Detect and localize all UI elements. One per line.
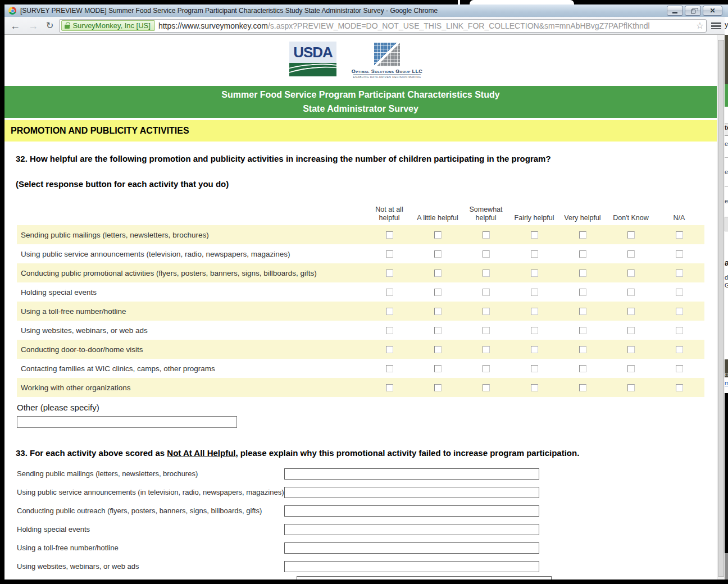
response-checkbox[interactable] bbox=[579, 327, 586, 334]
response-checkbox[interactable] bbox=[579, 270, 586, 277]
matrix-cell bbox=[607, 231, 655, 239]
matrix-row-label: Using websites, webinars, or web ads bbox=[17, 326, 365, 335]
q33-text-input[interactable] bbox=[284, 542, 539, 554]
vertical-scrollbar[interactable] bbox=[717, 35, 725, 580]
response-checkbox[interactable] bbox=[627, 327, 635, 334]
response-checkbox[interactable] bbox=[483, 384, 490, 391]
q33-text-input[interactable] bbox=[284, 561, 539, 572]
response-checkbox[interactable] bbox=[531, 231, 538, 239]
response-checkbox[interactable] bbox=[676, 384, 683, 391]
response-checkbox[interactable] bbox=[531, 365, 538, 372]
address-bar[interactable]: SurveyMonkey, Inc [US] https://www.surve… bbox=[59, 19, 707, 33]
response-checkbox[interactable] bbox=[531, 327, 538, 334]
response-checkbox[interactable] bbox=[386, 346, 393, 353]
reload-button[interactable]: ↻ bbox=[46, 21, 53, 30]
response-checkbox[interactable] bbox=[434, 308, 442, 315]
response-checkbox[interactable] bbox=[434, 231, 442, 239]
response-checkbox[interactable] bbox=[579, 365, 586, 372]
response-checkbox[interactable] bbox=[676, 250, 683, 258]
response-checkbox[interactable] bbox=[531, 250, 538, 258]
bookmark-star-icon[interactable]: ☆ bbox=[696, 20, 704, 31]
response-checkbox[interactable] bbox=[434, 289, 442, 296]
response-checkbox[interactable] bbox=[483, 270, 490, 277]
matrix-cell bbox=[413, 308, 462, 315]
ev-certificate-badge[interactable]: SurveyMonkey, Inc [US] bbox=[61, 20, 154, 31]
response-checkbox[interactable] bbox=[627, 365, 635, 372]
matrix-cell bbox=[413, 384, 462, 391]
matrix-cell bbox=[655, 270, 703, 277]
matrix-cell bbox=[510, 289, 558, 296]
matrix-cell bbox=[413, 346, 462, 353]
q33-text-input[interactable] bbox=[284, 487, 539, 498]
response-checkbox[interactable] bbox=[483, 308, 490, 315]
response-checkbox[interactable] bbox=[386, 270, 393, 277]
response-checkbox[interactable] bbox=[676, 231, 683, 239]
response-checkbox[interactable] bbox=[676, 327, 683, 334]
response-checkbox[interactable] bbox=[483, 250, 490, 258]
response-checkbox[interactable] bbox=[579, 308, 586, 315]
response-checkbox[interactable] bbox=[386, 384, 393, 391]
chrome-menu-icon[interactable] bbox=[711, 22, 721, 29]
response-checkbox[interactable] bbox=[531, 289, 538, 296]
close-button[interactable]: ✕ bbox=[703, 6, 722, 16]
response-checkbox[interactable] bbox=[434, 270, 442, 277]
response-checkbox[interactable] bbox=[579, 231, 586, 239]
forward-button[interactable]: → bbox=[28, 21, 38, 31]
response-checkbox[interactable] bbox=[483, 327, 490, 334]
response-checkbox[interactable] bbox=[676, 346, 683, 353]
response-checkbox[interactable] bbox=[434, 250, 442, 258]
response-checkbox[interactable] bbox=[579, 384, 586, 391]
url-path: /s.aspx?PREVIEW_MODE=DO_NOT_USE_THIS_LIN… bbox=[268, 21, 650, 30]
matrix-cell bbox=[510, 250, 558, 258]
response-checkbox[interactable] bbox=[579, 346, 586, 353]
back-button[interactable]: ← bbox=[10, 21, 20, 31]
minimize-button[interactable] bbox=[667, 6, 683, 16]
scrollbar-thumb[interactable] bbox=[718, 40, 724, 577]
response-checkbox[interactable] bbox=[627, 231, 635, 239]
background-window-edge[interactable]: y te er er er a d G G m bbox=[725, 4, 728, 580]
response-checkbox[interactable] bbox=[676, 289, 683, 296]
response-checkbox[interactable] bbox=[386, 365, 393, 372]
response-checkbox[interactable] bbox=[386, 250, 393, 258]
q33-partial-input[interactable] bbox=[297, 576, 552, 580]
response-checkbox[interactable] bbox=[627, 308, 635, 315]
response-checkbox[interactable] bbox=[434, 346, 442, 353]
response-checkbox[interactable] bbox=[676, 308, 683, 315]
matrix-cell bbox=[510, 231, 558, 239]
q33-text-input[interactable] bbox=[284, 505, 539, 517]
response-checkbox[interactable] bbox=[386, 289, 393, 296]
other-specify-input[interactable] bbox=[17, 416, 237, 428]
response-checkbox[interactable] bbox=[483, 365, 490, 372]
response-checkbox[interactable] bbox=[627, 346, 635, 353]
response-checkbox[interactable] bbox=[483, 289, 490, 296]
response-checkbox[interactable] bbox=[434, 327, 442, 334]
response-checkbox[interactable] bbox=[434, 384, 442, 391]
response-checkbox[interactable] bbox=[627, 250, 635, 258]
response-checkbox[interactable] bbox=[579, 250, 586, 258]
background-block-fragment bbox=[725, 35, 728, 84]
response-checkbox[interactable] bbox=[386, 231, 393, 239]
url-text[interactable]: https://www.surveymonkey.com/s.aspx?PREV… bbox=[158, 21, 695, 30]
response-checkbox[interactable] bbox=[627, 289, 635, 296]
response-checkbox[interactable] bbox=[627, 270, 635, 277]
response-checkbox[interactable] bbox=[627, 384, 635, 391]
q33-text-input[interactable] bbox=[284, 524, 539, 535]
response-checkbox[interactable] bbox=[531, 270, 538, 277]
response-checkbox[interactable] bbox=[483, 346, 490, 353]
matrix-cell bbox=[607, 289, 655, 296]
response-checkbox[interactable] bbox=[434, 365, 442, 372]
restore-button[interactable] bbox=[685, 6, 701, 16]
q33-text-input[interactable] bbox=[284, 468, 539, 480]
matrix-cell bbox=[558, 270, 607, 277]
response-checkbox[interactable] bbox=[531, 308, 538, 315]
matrix-cell bbox=[365, 231, 413, 239]
response-checkbox[interactable] bbox=[579, 289, 586, 296]
matrix-header: Not at all helpfulA little helpfulSomewh… bbox=[17, 200, 704, 225]
response-checkbox[interactable] bbox=[676, 270, 683, 277]
response-checkbox[interactable] bbox=[531, 384, 538, 391]
response-checkbox[interactable] bbox=[531, 346, 538, 353]
response-checkbox[interactable] bbox=[386, 308, 393, 315]
response-checkbox[interactable] bbox=[676, 365, 683, 372]
response-checkbox[interactable] bbox=[386, 327, 393, 334]
response-checkbox[interactable] bbox=[483, 231, 490, 239]
